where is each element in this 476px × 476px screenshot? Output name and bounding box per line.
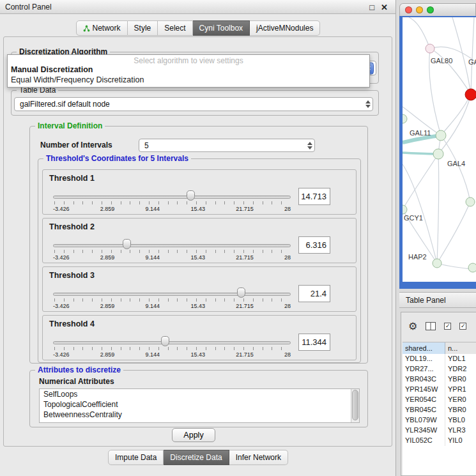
network-window-titlebar[interactable] xyxy=(399,3,476,16)
close-traffic-light-icon[interactable] xyxy=(405,6,412,13)
list-item[interactable]: TopologicalCoefficient xyxy=(40,399,359,410)
group-title: Threshold's Coordinates for 5 Intervals xyxy=(43,154,191,163)
list-scrollbar[interactable] xyxy=(351,389,359,422)
threshold-3-value-field[interactable]: 21.4 xyxy=(298,285,330,302)
table-data-combobox[interactable]: galFiltered.sif default node xyxy=(14,97,373,111)
slider-thumb[interactable] xyxy=(161,336,169,346)
list-item[interactable]: SelfLoops xyxy=(40,389,359,399)
close-icon[interactable]: ✕ xyxy=(381,3,388,12)
tab-label: Cyni Toolbox xyxy=(199,24,243,33)
scale-label: 2.859 xyxy=(100,206,115,212)
gear-icon[interactable]: ⚙ xyxy=(408,320,417,332)
scale-label: 15.43 xyxy=(190,206,205,212)
slider-scale: -3.426 2.859 9.144 15.43 21.715 28 xyxy=(53,254,291,261)
column-header-shared-name[interactable]: shared... xyxy=(403,342,445,354)
network-node[interactable] xyxy=(436,130,446,141)
tab-infer-network[interactable]: Infer Network xyxy=(229,450,288,465)
scale-label: -3.426 xyxy=(53,206,70,212)
scale-label: 9.144 xyxy=(146,206,160,212)
algorithm-dropdown-list: Select algorithm to view settings Manual… xyxy=(7,54,370,88)
tab-select[interactable]: Select xyxy=(158,20,192,36)
tab-label: Discretize Data xyxy=(170,453,222,462)
cell-name: YBL0 xyxy=(445,415,476,426)
application-window: Control Panel □ ✕ Network Style xyxy=(0,0,476,476)
table-row[interactable]: YBR043C YBR0 xyxy=(403,374,476,385)
threshold-3-slider[interactable]: -3.426 2.859 9.144 15.43 21.715 28 xyxy=(53,288,291,311)
selected-network-node[interactable] xyxy=(465,89,476,100)
table-row[interactable]: YDL19... YDL1 xyxy=(403,354,476,364)
table-row[interactable]: YDR27... YDR2 xyxy=(403,364,476,374)
cell-shared-name: YPR145W xyxy=(403,385,445,395)
scale-label: 21.715 xyxy=(236,206,254,212)
network-node[interactable] xyxy=(403,114,407,123)
slider-scale: -3.426 2.859 9.144 15.43 21.715 28 xyxy=(53,351,291,358)
table-row[interactable]: YLR345W YLR3 xyxy=(403,426,476,436)
slider-thumb[interactable] xyxy=(187,190,195,201)
table-row[interactable]: YPR145W YPR1 xyxy=(403,385,476,395)
slider-thumb[interactable] xyxy=(237,288,245,298)
checkbox-icon[interactable]: ✓ xyxy=(459,323,466,330)
scale-label: 9.144 xyxy=(146,254,160,261)
control-panel-window: Control Panel □ ✕ Network Style xyxy=(0,0,396,476)
cell-shared-name: YBL079W xyxy=(403,415,445,426)
bottom-tab-bar: Impute Data Discretize Data Infer Networ… xyxy=(0,450,396,465)
tab-label: Impute Data xyxy=(115,453,157,462)
threshold-2-panel: Threshold 2 -3.426 2.859 9.144 15.43 21.… xyxy=(42,218,357,263)
network-node[interactable] xyxy=(433,259,441,268)
columns-icon[interactable] xyxy=(426,322,436,330)
table-row[interactable]: YER054C YER0 xyxy=(403,395,476,405)
network-canvas[interactable]: GAL80 GA GAL11 GAL4 GCY1 HAP2 xyxy=(403,17,476,282)
combo-stepper-icon xyxy=(307,142,312,150)
slider-ticks xyxy=(54,298,289,302)
network-node[interactable] xyxy=(426,44,434,53)
cell-name: YIL0 xyxy=(445,436,476,446)
tab-style[interactable]: Style xyxy=(128,20,158,36)
cell-shared-name: YDL19... xyxy=(403,354,445,364)
zoom-traffic-light-icon[interactable] xyxy=(427,6,434,13)
tab-jactivemnodules[interactable]: jActiveMNodules xyxy=(250,20,320,36)
list-item[interactable]: BetweennessCentrality xyxy=(40,410,359,420)
slider-thumb[interactable] xyxy=(123,239,131,249)
network-node[interactable] xyxy=(403,205,407,214)
scale-label: 21.715 xyxy=(236,303,254,309)
slider-ticks xyxy=(54,347,289,350)
minimize-traffic-light-icon[interactable] xyxy=(416,6,423,13)
scale-label: 2.859 xyxy=(100,254,115,261)
threshold-1-slider[interactable]: -3.426 2.859 9.144 15.43 21.715 28 xyxy=(53,190,291,213)
apply-button[interactable]: Apply xyxy=(172,428,215,442)
threshold-4-value-field[interactable]: 11.344 xyxy=(298,334,330,351)
network-view-window: GAL80 GA GAL11 GAL4 GCY1 HAP2 xyxy=(399,3,476,289)
threshold-2-value-field[interactable]: 6.316 xyxy=(298,236,330,254)
tab-network[interactable]: Network xyxy=(76,20,128,36)
cell-name: YBR0 xyxy=(445,374,476,385)
combo-value: galFiltered.sif default node xyxy=(20,98,372,111)
dropdown-option-equal-width[interactable]: Equal Width/Frequency Discretization xyxy=(8,75,369,85)
table-row[interactable]: YIL052C YIL0 xyxy=(403,436,476,446)
tab-label: jActiveMNodules xyxy=(256,24,313,33)
network-node[interactable] xyxy=(468,263,476,272)
tab-impute-data[interactable]: Impute Data xyxy=(108,450,164,465)
checkbox-icon[interactable]: ✓ xyxy=(444,323,451,330)
network-node[interactable] xyxy=(466,197,475,206)
network-node[interactable] xyxy=(433,149,443,159)
tab-discretize-data[interactable]: Discretize Data xyxy=(164,450,229,465)
table-row[interactable]: YBR045C YBR0 xyxy=(403,405,476,415)
cell-shared-name: YER054C xyxy=(403,395,445,405)
scrollbar-thumb[interactable] xyxy=(352,390,358,420)
node-label: HAP2 xyxy=(408,253,427,261)
table-row[interactable]: YBL079W YBL0 xyxy=(403,415,476,426)
float-window-icon[interactable]: □ xyxy=(369,3,374,12)
number-of-intervals-label: Number of Intervals xyxy=(40,141,112,150)
threshold-4-slider[interactable]: -3.426 2.859 9.144 15.43 21.715 28 xyxy=(53,336,291,359)
column-header-name[interactable]: n... xyxy=(445,342,476,354)
threshold-1-panel: Threshold 1 -3.426 2.859 9.144 15.43 21.… xyxy=(42,169,357,215)
threshold-2-slider[interactable]: -3.426 2.859 9.144 15.43 21.715 28 xyxy=(53,239,291,262)
numerical-attributes-label: Numerical Attributes xyxy=(39,377,114,386)
group-title: Interval Definition xyxy=(35,121,105,130)
number-of-intervals-combobox[interactable]: 5 xyxy=(139,139,315,152)
tab-cyni-toolbox[interactable]: Cyni Toolbox xyxy=(193,20,250,36)
slider-track xyxy=(53,341,291,344)
threshold-1-value-field[interactable]: 14.713 xyxy=(298,188,330,205)
numerical-attributes-list: SelfLoops TopologicalCoefficient Between… xyxy=(39,388,360,423)
dropdown-option-manual[interactable]: Manual Discretization xyxy=(8,65,369,75)
